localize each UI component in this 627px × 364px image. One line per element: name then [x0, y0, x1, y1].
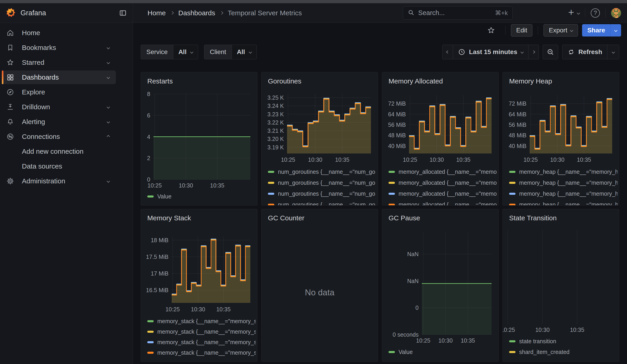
- clock-icon: [458, 48, 465, 56]
- sidebar-item-home[interactable]: Home: [2, 26, 116, 40]
- chevron-up-icon[interactable]: [107, 135, 109, 139]
- legend-series-color: [147, 352, 154, 354]
- chevron-down-icon[interactable]: [107, 120, 109, 124]
- share-dropdown-button[interactable]: [610, 24, 621, 37]
- chevron-down-icon: [249, 51, 252, 53]
- avatar[interactable]: [611, 8, 621, 18]
- sidebar-item-starred[interactable]: Starred: [2, 56, 116, 69]
- refresh-picker: Refresh: [562, 45, 619, 59]
- share-button[interactable]: Share: [582, 24, 610, 37]
- legend-item[interactable]: shard_item_created: [509, 347, 618, 357]
- sidebar-item-administration[interactable]: Administration: [2, 174, 116, 188]
- legend-item[interactable]: memory_stack {__name__="memory_s: [147, 326, 256, 337]
- chevron-down-icon[interactable]: [107, 75, 109, 79]
- divider: [538, 26, 538, 35]
- sidebar-item-label: Add new connection: [22, 148, 83, 155]
- sidebar-item-connections[interactable]: Connections: [2, 130, 116, 144]
- grafana-logo-icon[interactable]: [6, 8, 15, 18]
- sidebar-item-bookmarks[interactable]: Bookmarks: [2, 41, 116, 54]
- chevron-down-icon: [190, 51, 193, 53]
- sidebar-item-alerting[interactable]: Alerting: [2, 115, 116, 129]
- legend-item[interactable]: memory_allocated {__name__="memo: [388, 166, 497, 177]
- legend-series-color: [509, 182, 516, 184]
- chevron-down-icon[interactable]: [107, 60, 109, 64]
- help-icon[interactable]: ?: [591, 8, 600, 18]
- legend-item[interactable]: memory_allocated {__name__="memo: [388, 188, 497, 199]
- divider: [605, 8, 606, 18]
- sidebar-item-label: Drilldown: [22, 103, 50, 111]
- panel-grid: Restarts10:2510:3010:3586420ValueGorouti…: [141, 72, 619, 362]
- chevron-down-icon: [521, 51, 524, 53]
- time-shift-forward-button[interactable]: [528, 45, 539, 59]
- breadcrumb-home[interactable]: Home: [148, 9, 166, 17]
- legend-item[interactable]: num_goroutines {__name__="num_go: [268, 188, 376, 199]
- sidebar-item-dashboards[interactable]: Dashboards: [2, 70, 116, 84]
- chevron-down-icon: [570, 29, 573, 32]
- time-shift-back-button[interactable]: [443, 45, 453, 59]
- chart-svg-gc-pause[interactable]: 10:2510:3010:35NaNNaN00 seconds: [382, 209, 498, 362]
- legend-item[interactable]: memory_allocated {__name__="memo: [388, 199, 497, 206]
- refresh-button[interactable]: Refresh: [563, 45, 607, 59]
- breadcrumb-dashboards[interactable]: Dashboards: [178, 9, 215, 17]
- legend-series-color: [147, 331, 154, 333]
- legend-item[interactable]: memory_stack {__name__="memory_s: [147, 347, 256, 358]
- chart-svg-restarts[interactable]: 10:2510:3010:3586420: [141, 72, 257, 205]
- client-filter-value[interactable]: All: [232, 45, 257, 59]
- chevron-down-icon[interactable]: [107, 105, 109, 109]
- legend-item[interactable]: memory_stack {__name__="memory_s: [147, 316, 256, 326]
- sidebar-item-data-sources[interactable]: Data sources: [2, 159, 116, 173]
- zoom-out-button[interactable]: [543, 45, 558, 59]
- svg-text:10:25: 10:25: [416, 337, 430, 344]
- star-icon: [6, 59, 14, 66]
- time-range-picker: Last 15 minutes: [442, 45, 539, 59]
- sidebar-item-explore[interactable]: Explore: [2, 85, 116, 99]
- svg-text:10:35: 10:35: [577, 156, 591, 163]
- sidebar-item-add-new-connection[interactable]: Add new connection: [2, 145, 116, 158]
- panel-legend: memory_allocated {__name__="memomemory_a…: [388, 166, 497, 206]
- panel-title[interactable]: GC Counter: [268, 214, 304, 222]
- svg-text:64 MiB: 64 MiB: [509, 111, 526, 117]
- chevron-down-icon[interactable]: [107, 179, 109, 183]
- search-shortcut: ⌘+k: [495, 9, 508, 17]
- legend-item[interactable]: memory_heap {__name__="memory_h: [509, 177, 618, 188]
- refresh-interval-dropdown[interactable]: [607, 45, 619, 59]
- legend-item[interactable]: memory_heap {__name__="memory_h: [509, 199, 618, 206]
- svg-text:0: 0: [147, 176, 150, 183]
- legend-series-label: memory_stack {__name__="memory_s: [157, 328, 256, 335]
- legend-item[interactable]: memory_heap {__name__="memory_h: [509, 166, 618, 177]
- svg-text:40 MiB: 40 MiB: [388, 143, 406, 149]
- export-button[interactable]: Export: [544, 24, 578, 37]
- svg-text:3.20 K: 3.20 K: [267, 136, 284, 142]
- legend-item[interactable]: memory_heap {__name__="memory_h: [509, 188, 618, 199]
- svg-text:4: 4: [147, 134, 150, 140]
- search-input[interactable]: Search... ⌘+k: [403, 6, 513, 20]
- legend-series-color: [509, 171, 516, 173]
- legend-item[interactable]: num_goroutines {__name__="num_go: [268, 199, 376, 206]
- legend-series-label: state transition: [519, 338, 556, 345]
- service-filter-value[interactable]: All: [173, 45, 198, 59]
- time-range-button[interactable]: Last 15 minutes: [453, 45, 528, 59]
- sidebar-toggle-icon[interactable]: [119, 9, 127, 17]
- window-top-strip: [0, 0, 627, 3]
- svg-text:3.23 K: 3.23 K: [267, 111, 284, 117]
- legend-item[interactable]: state transition: [509, 336, 618, 347]
- edit-button[interactable]: Edit: [511, 24, 532, 37]
- chevron-down-icon[interactable]: [107, 46, 109, 50]
- add-new-button[interactable]: +: [568, 9, 579, 17]
- legend-series-color: [388, 171, 395, 173]
- legend-item[interactable]: num_goroutines {__name__="num_go: [268, 166, 376, 177]
- legend-series-color: [509, 340, 516, 342]
- svg-text:48 MiB: 48 MiB: [509, 132, 526, 138]
- legend-item[interactable]: Value: [388, 346, 497, 357]
- sidebar-item-drilldown[interactable]: Drilldown: [2, 100, 116, 114]
- time-controls: Last 15 minutes: [442, 45, 619, 59]
- panel-legend: num_goroutines {__name__="num_gonum_goro…: [268, 166, 376, 206]
- panel-restarts: Restarts10:2510:3010:3586420Value: [141, 72, 258, 206]
- legend-item[interactable]: num_goroutines {__name__="num_go: [268, 177, 376, 188]
- legend-item[interactable]: memory_stack {__name__="memory_s: [147, 337, 256, 347]
- svg-text:17 MiB: 17 MiB: [151, 270, 168, 277]
- legend-item[interactable]: memory_allocated {__name__="memo: [388, 177, 497, 188]
- service-filter-label: Service: [141, 45, 173, 59]
- legend-item[interactable]: Value: [147, 191, 256, 202]
- favorite-star-icon[interactable]: [487, 26, 495, 34]
